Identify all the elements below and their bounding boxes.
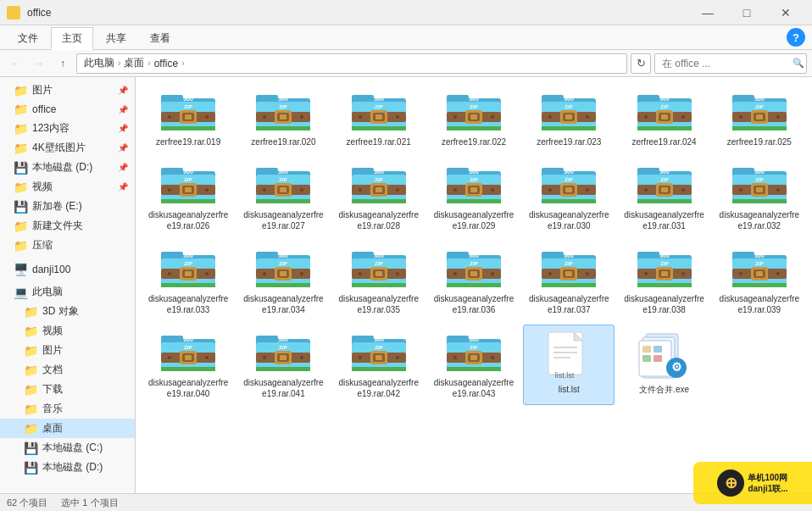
up-button[interactable]: ↑ — [53, 53, 73, 74]
sidebar-item-pictures[interactable]: 📁 图片 📌 — [0, 81, 135, 100]
tab-file[interactable]: 文件 — [7, 27, 49, 49]
sidebar-item-123[interactable]: 📁 123内容 📌 — [0, 119, 135, 138]
svg-text:ZIP: ZIP — [755, 261, 763, 266]
svg-text:ZIP: ZIP — [660, 261, 668, 266]
file-item[interactable]: 360 ZIP diskusageanalyzerfree19.rar.031 — [618, 157, 709, 237]
file-item[interactable]: 360 ZIP diskusageanalyzerfree19.rar.030 — [523, 157, 615, 237]
file-label: diskusageanalyzerfree19.rar.031 — [622, 209, 705, 231]
file-item[interactable]: 360 ZIP zerfree19.rar.019 — [142, 84, 234, 153]
file-item[interactable]: 360 ZIP diskusageanalyzerfree19.rar.035 — [333, 241, 425, 321]
svg-point-309 — [359, 356, 362, 359]
file-item[interactable]: 360 ZIP diskusageanalyzerfree19.rar.041 — [237, 325, 329, 405]
refresh-button[interactable]: ↻ — [631, 53, 651, 74]
file-item[interactable]: 360 ZIP diskusageanalyzerfree19.rar.033 — [142, 241, 234, 321]
file-item[interactable]: 360 ZIP diskusageanalyzerfree19.rar.028 — [333, 157, 425, 237]
file-item[interactable]: 360 ZIP zerfree19.rar.022 — [428, 84, 520, 153]
file-label: zerfree19.rar.020 — [251, 136, 315, 147]
file-item[interactable]: 360 ZIP diskusageanalyzerfree19.rar.043 — [428, 325, 520, 405]
file-label: diskusageanalyzerfree19.rar.032 — [718, 209, 801, 231]
file-item[interactable]: 360 ZIP diskusageanalyzerfree19.rar.034 — [237, 241, 329, 321]
file-item[interactable]: 360 ZIP diskusageanalyzerfree19.rar.032 — [714, 157, 805, 237]
file-item[interactable]: 360 ZIP diskusageanalyzerfree19.rar.039 — [714, 241, 805, 321]
file-item[interactable]: 360 ZIP diskusageanalyzerfree19.rar.027 — [237, 157, 329, 237]
forward-button[interactable]: → — [29, 53, 49, 74]
folder-icon: 📁 — [24, 364, 37, 377]
tab-share[interactable]: 共享 — [95, 27, 137, 49]
file-item[interactable]: 360 ZIP zerfree19.rar.021 — [333, 84, 425, 153]
svg-rect-194 — [161, 283, 215, 287]
tab-view[interactable]: 查看 — [139, 27, 181, 49]
search-input[interactable] — [662, 58, 789, 69]
file-item[interactable]: 360 ZIP diskusageanalyzerfree19.rar.026 — [142, 157, 234, 237]
svg-text:360: 360 — [183, 169, 193, 175]
sidebar-item-pictures2[interactable]: 📁 图片 — [0, 341, 135, 360]
sidebar-label: danji100 — [32, 264, 70, 275]
svg-point-154 — [586, 188, 589, 192]
minimize-button[interactable]: — — [688, 0, 727, 25]
sidebar-item-documents[interactable]: 📁 文档 — [0, 360, 135, 380]
sidebar-item-office[interactable]: 📁 office 📌 — [0, 100, 135, 119]
sidebar-item-videos[interactable]: 📁 视频 📌 — [0, 177, 135, 197]
file-item[interactable]: 360 ZIP zerfree19.rar.025 — [714, 84, 805, 153]
sidebar-item-compressed[interactable]: 📁 压缩 — [0, 236, 135, 255]
svg-point-63 — [586, 115, 589, 119]
svg-point-128 — [396, 188, 399, 192]
svg-rect-311 — [352, 367, 406, 371]
sidebar-item-disk-c[interactable]: 💾 本地磁盘 (C:) — [0, 438, 135, 458]
file-label: diskusageanalyzerfree19.rar.040 — [147, 377, 230, 399]
file-item[interactable]: 360 ZIP diskusageanalyzerfree19.rar.029 — [428, 157, 520, 237]
maximize-button[interactable]: □ — [727, 0, 766, 25]
file-item[interactable]: 360 ZIP diskusageanalyzerfree19.rar.036 — [428, 241, 520, 321]
svg-rect-137 — [470, 187, 477, 192]
file-item[interactable]: 360 ZIP diskusageanalyzerfree19.rar.042 — [333, 325, 425, 405]
svg-rect-59 — [565, 114, 572, 119]
svg-text:360: 360 — [374, 336, 384, 342]
sidebar-item-vol-e[interactable]: 💾 新加卷 (E:) — [0, 197, 135, 216]
sidebar-item-disk-d[interactable]: 💾 本地磁盘 (D:) 📌 — [0, 158, 135, 177]
network-icon: 🖥️ — [14, 263, 27, 276]
item-count: 62 个项目 — [7, 497, 47, 509]
sidebar-item-downloads[interactable]: 📁 下载 — [0, 380, 135, 399]
sidebar-item-videos2[interactable]: 📁 视频 — [0, 321, 135, 341]
sidebar-item-thispc[interactable]: 💻 此电脑 — [0, 282, 135, 302]
sidebar-label: 图片 — [32, 83, 53, 97]
path-desktop[interactable]: 桌面 — [124, 56, 144, 70]
pin-icon: 📌 — [118, 105, 128, 114]
file-item[interactable]: list.lst list.lst — [523, 325, 615, 405]
sidebar-item-3d[interactable]: 📁 3D 对象 — [0, 302, 135, 321]
sidebar-item-desktop[interactable]: 📁 桌面 — [0, 419, 135, 438]
path-pc[interactable]: 此电脑 — [84, 56, 114, 70]
file-label: diskusageanalyzerfree19.rar.028 — [337, 209, 420, 231]
sidebar-item-music[interactable]: 📁 音乐 — [0, 399, 135, 419]
file-item[interactable]: ⚙ 文件合并.exe — [618, 325, 709, 405]
search-box[interactable]: 🔍 — [654, 53, 807, 74]
path-office[interactable]: office — [154, 58, 178, 69]
svg-point-115 — [300, 188, 303, 192]
file-item[interactable]: 360 ZIP zerfree19.rar.024 — [618, 84, 709, 153]
sidebar-label: 桌面 — [42, 421, 63, 436]
sidebar-item-disk-d2[interactable]: 💾 本地磁盘 (D:) — [0, 458, 135, 477]
svg-text:ZIP: ZIP — [375, 104, 382, 109]
file-item[interactable]: 360 ZIP diskusageanalyzerfree19.rar.037 — [523, 241, 615, 321]
help-button[interactable]: ? — [787, 28, 805, 47]
sidebar-item-newfolder[interactable]: 📁 新建文件夹 — [0, 216, 135, 236]
svg-text:ZIP: ZIP — [280, 261, 287, 266]
back-button[interactable]: ← — [5, 53, 25, 74]
file-item[interactable]: 360 ZIP diskusageanalyzerfree19.rar.040 — [142, 325, 234, 405]
file-item[interactable]: 360 ZIP diskusageanalyzerfree19.rar.038 — [618, 241, 709, 321]
file-label: diskusageanalyzerfree19.rar.042 — [337, 377, 420, 399]
svg-rect-319 — [470, 355, 477, 360]
svg-point-205 — [263, 272, 266, 275]
folder-icon: 📁 — [14, 219, 27, 233]
sidebar-item-danji100[interactable]: 🖥️ danji100 — [0, 260, 135, 279]
close-button[interactable]: ✕ — [766, 0, 805, 25]
svg-point-179 — [739, 188, 742, 192]
svg-text:360: 360 — [279, 169, 289, 175]
tab-home[interactable]: 主页 — [51, 27, 93, 50]
file-item[interactable]: 360 ZIP zerfree19.rar.023 — [523, 84, 615, 153]
address-path[interactable]: 此电脑 › 桌面 › office › — [76, 53, 627, 74]
sidebar-item-4k[interactable]: 📁 4K壁纸图片 📌 — [0, 138, 135, 158]
svg-rect-335 — [642, 346, 651, 353]
svg-text:360: 360 — [279, 96, 289, 102]
file-item[interactable]: 360 ZIP zerfree19.rar.020 — [237, 84, 329, 153]
